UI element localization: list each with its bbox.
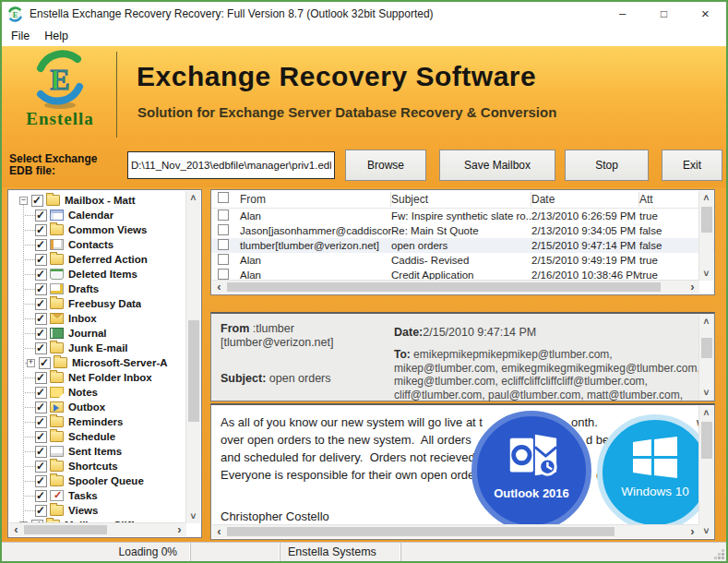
tree-checkbox[interactable]: [35, 461, 47, 473]
tree-item-views[interactable]: Views: [8, 503, 185, 518]
tree-checkbox[interactable]: [35, 372, 47, 384]
mail-list-vertical-scrollbar[interactable]: [698, 191, 713, 281]
title-bar[interactable]: E Enstella Exchange Recovery Recovery: F…: [2, 2, 726, 26]
scroll-right-icon[interactable]: [686, 281, 699, 293]
scrollbar-thumb[interactable]: [188, 320, 199, 422]
tree-item-drafts[interactable]: Drafts: [8, 282, 185, 296]
tree-item-calendar[interactable]: Calendar: [8, 208, 185, 222]
mail-checkbox[interactable]: [218, 239, 229, 250]
tree-checkbox[interactable]: [35, 387, 47, 399]
save-mailbox-button[interactable]: Save Mailbox: [439, 150, 555, 181]
expander-expand-icon[interactable]: [27, 359, 35, 367]
resize-grip[interactable]: [722, 557, 724, 559]
mail-checkbox[interactable]: [218, 254, 229, 265]
browse-button[interactable]: Browse: [345, 150, 426, 181]
tree-item-journal[interactable]: Journal: [8, 326, 185, 341]
tree-checkbox[interactable]: [35, 431, 47, 443]
tree-checkbox[interactable]: [35, 298, 47, 310]
tree-item-freebusy-data[interactable]: Freebusy Data: [8, 296, 185, 311]
scroll-down-icon[interactable]: [699, 524, 713, 538]
tree-item-spooler-queue[interactable]: Spooler Queue: [8, 473, 185, 488]
tree-vertical-scrollbar[interactable]: [185, 191, 200, 523]
scroll-up-icon[interactable]: [699, 191, 713, 205]
tree-checkbox[interactable]: [35, 505, 47, 517]
tree-checkbox[interactable]: [35, 401, 47, 413]
column-header-from[interactable]: From: [238, 192, 391, 207]
tree-checkbox[interactable]: [35, 342, 47, 354]
stop-button[interactable]: Stop: [565, 150, 649, 181]
body-horizontal-scrollbar[interactable]: [212, 524, 699, 538]
tree-item-junk-email[interactable]: Junk E-mail: [8, 341, 185, 355]
tree-item-contacts[interactable]: Contacts: [8, 237, 185, 252]
maximize-button[interactable]: [643, 2, 685, 26]
tree-checkbox[interactable]: [35, 239, 47, 251]
scrollbar-thumb[interactable]: [701, 207, 712, 233]
minimize-button[interactable]: [602, 2, 643, 26]
tree-item-deleted-items[interactable]: Deleted Items: [8, 267, 185, 282]
scrollbar-thumb[interactable]: [227, 282, 661, 292]
column-header-date[interactable]: Date: [531, 192, 639, 207]
tree-item-reminders[interactable]: Reminders: [8, 414, 185, 429]
scrollbar-thumb[interactable]: [701, 338, 712, 358]
mail-row[interactable]: Jason[jasonhammer@caddiscon... Re: Main …: [211, 223, 714, 238]
tree-item-mailbox-matt[interactable]: Mailbox - Matt: [8, 193, 185, 208]
edb-path-input[interactable]: [127, 151, 335, 179]
scroll-down-icon[interactable]: [186, 509, 200, 523]
tree-checkbox[interactable]: [35, 313, 47, 325]
tree-item-shortcuts[interactable]: Shortcuts: [8, 459, 185, 473]
tree-checkbox[interactable]: [35, 490, 47, 502]
tree-horizontal-scrollbar[interactable]: [9, 522, 186, 536]
tree-checkbox[interactable]: [35, 283, 47, 295]
scrollbar-thumb[interactable]: [701, 422, 712, 459]
header-vertical-scrollbar[interactable]: [698, 315, 713, 400]
tree-checkbox[interactable]: [35, 210, 47, 222]
tree-item-microsoft-server[interactable]: Microsoft-Server-A: [8, 355, 185, 370]
tree-item-net-folder-inbox[interactable]: Net Folder Inbox: [8, 370, 185, 385]
tree-checkbox[interactable]: [35, 224, 47, 236]
scroll-up-icon[interactable]: [186, 191, 200, 205]
tree-item-sent-items[interactable]: Sent Items: [8, 444, 185, 459]
mail-checkbox[interactable]: [218, 210, 229, 221]
mail-row[interactable]: Alan Caddis- Revised 2/15/2010 9:49:19 P…: [211, 253, 714, 268]
mail-row-selected[interactable]: tlumber[tlumber@verizon.net] open orders…: [211, 238, 714, 253]
tree-item-outbox[interactable]: Outbox: [8, 400, 185, 414]
menu-help[interactable]: Help: [37, 28, 76, 44]
select-all-checkbox[interactable]: [218, 192, 229, 203]
exit-button[interactable]: Exit: [662, 150, 722, 181]
expander-collapse-icon[interactable]: [19, 197, 28, 205]
scroll-left-icon[interactable]: [9, 523, 23, 536]
tree-checkbox[interactable]: [35, 254, 47, 266]
tree-checkbox[interactable]: [35, 475, 47, 487]
scrollbar-thumb[interactable]: [24, 525, 107, 534]
body-vertical-scrollbar[interactable]: [698, 406, 713, 538]
mail-list-header[interactable]: From Subject Date Att: [211, 190, 714, 209]
tree-checkbox[interactable]: [35, 269, 47, 281]
menu-file[interactable]: File: [4, 28, 37, 44]
scroll-down-icon[interactable]: [699, 386, 713, 400]
tree-item-deferred-action[interactable]: Deferred Action: [8, 252, 185, 267]
mail-row[interactable]: Alan Fw: Inspire synthetic slate ro... 2…: [211, 209, 714, 223]
tree-item-inbox[interactable]: Inbox: [8, 311, 185, 326]
column-header-att[interactable]: Att: [639, 193, 695, 206]
tree-checkbox[interactable]: [35, 328, 47, 340]
scroll-right-icon[interactable]: [173, 523, 186, 536]
scroll-up-icon[interactable]: [699, 315, 713, 329]
tree-item-tasks[interactable]: Tasks: [8, 488, 185, 503]
mail-checkbox[interactable]: [218, 269, 229, 280]
scrollbar-thumb[interactable]: [227, 527, 615, 536]
scroll-right-icon[interactable]: [686, 525, 699, 538]
scroll-left-icon[interactable]: [212, 525, 226, 538]
column-header-subject[interactable]: Subject: [391, 192, 531, 207]
mail-checkbox[interactable]: [218, 224, 229, 235]
tree-checkbox[interactable]: [39, 357, 51, 369]
tree-item-common-views[interactable]: Common Views: [8, 222, 185, 237]
tree-item-schedule[interactable]: Schedule: [8, 429, 185, 444]
scroll-left-icon[interactable]: [212, 281, 226, 293]
close-button[interactable]: [685, 2, 726, 26]
tree-checkbox[interactable]: [31, 195, 43, 207]
tree-checkbox[interactable]: [35, 416, 47, 428]
scroll-up-icon[interactable]: [699, 406, 713, 420]
tree-item-notes[interactable]: Notes: [8, 385, 185, 400]
mail-list-horizontal-scrollbar[interactable]: [212, 280, 699, 293]
scroll-down-icon[interactable]: [699, 267, 713, 281]
